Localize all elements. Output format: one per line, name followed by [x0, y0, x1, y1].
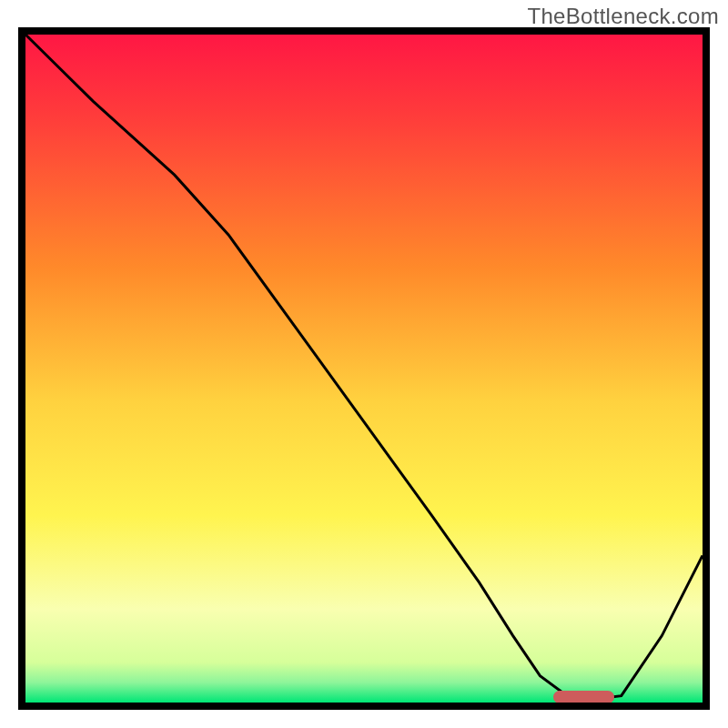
- optimal-range-marker: [553, 691, 614, 703]
- source-watermark: TheBottleneck.com: [527, 4, 719, 29]
- bottleneck-curve: [25, 35, 703, 703]
- chart-frame: TheBottleneck.com: [0, 0, 728, 728]
- plot-area: [18, 27, 710, 710]
